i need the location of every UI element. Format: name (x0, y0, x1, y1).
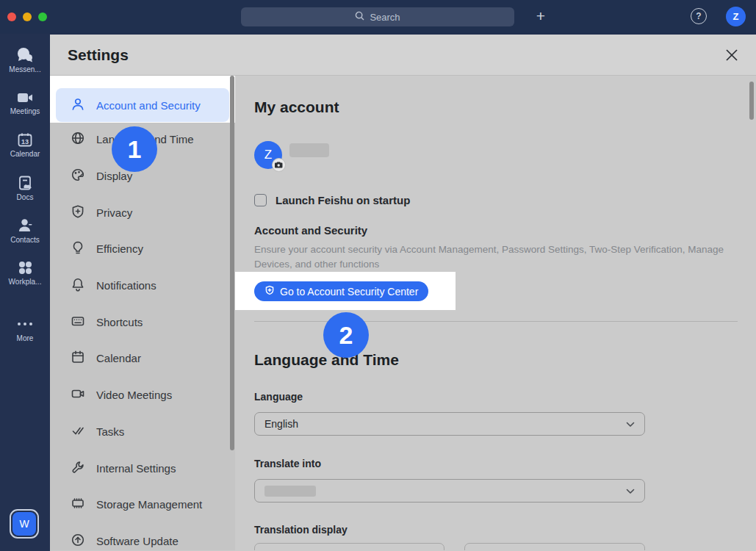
tasks-check-icon (71, 423, 85, 440)
nav-item-label: Notifications (96, 279, 156, 292)
tutorial-spotlight-button: Go to Account Security Center (235, 272, 456, 310)
sidebar-item-more[interactable]: More (0, 308, 50, 350)
sidebar-item-contacts[interactable]: Contacts (0, 209, 50, 251)
account-avatar-row: Z (254, 141, 756, 169)
language-label: Language (254, 391, 756, 403)
nav-item-account-and-security[interactable]: Account and Security (50, 86, 235, 124)
calendar-icon: 13 (17, 132, 33, 148)
sidebar-item-label: Contacts (10, 236, 39, 244)
translate-into-select[interactable] (254, 479, 645, 503)
my-account-title: My account (254, 98, 756, 117)
messenger-icon (16, 47, 34, 63)
account-avatar[interactable]: Z (254, 141, 282, 169)
nav-item-label: Storage Management (96, 498, 202, 511)
launch-on-startup-checkbox[interactable] (254, 194, 267, 206)
nav-item-internal-settings[interactable]: Internal Settings (50, 450, 235, 486)
search-input[interactable]: Search (241, 7, 514, 26)
launch-on-startup-label: Launch Feishu on startup (276, 194, 410, 206)
settings-title: Settings (68, 46, 129, 64)
content-scrollbar[interactable] (749, 82, 754, 120)
sidebar-item-label: Meetings (10, 107, 40, 115)
calendar-day-number: 13 (21, 138, 29, 145)
camera-icon[interactable] (272, 158, 286, 172)
more-dots-icon (18, 316, 32, 332)
sidebar-item-docs[interactable]: Docs (0, 167, 50, 209)
sidebar-item-messenger[interactable]: Messen... (0, 39, 50, 81)
nav-item-notifications[interactable]: Notifications (50, 267, 235, 304)
translation-display-option-2[interactable] (464, 543, 645, 550)
translation-display-options (254, 543, 756, 550)
wrench-icon (71, 460, 85, 477)
search-placeholder: Search (370, 12, 400, 23)
translate-into-label: Translate into (254, 458, 756, 470)
tutorial-step-1-badge: 1 (112, 126, 157, 172)
user-avatar[interactable]: Z (726, 7, 746, 26)
minimize-traffic-light[interactable] (23, 12, 32, 21)
keyboard-icon (71, 314, 85, 331)
nav-item-calendar[interactable]: Calendar (50, 340, 235, 377)
nav-item-label: Internal Settings (96, 462, 176, 475)
update-arrow-icon (71, 533, 85, 550)
contacts-icon (17, 217, 33, 234)
account-security-heading: Account and Security (254, 223, 756, 238)
maximize-traffic-light[interactable] (38, 12, 47, 21)
bell-icon (71, 277, 85, 294)
video-camera-outline-icon (71, 386, 85, 403)
lightbulb-icon (71, 240, 85, 257)
help-icon[interactable]: ? (691, 8, 707, 24)
sidebar-item-label: Messen... (9, 65, 40, 73)
app-sidebar: Messen... Meetings 13 (0, 34, 50, 551)
docs-icon (17, 175, 33, 191)
language-and-time-heading: Language and Time (254, 350, 756, 370)
launch-on-startup-row: Launch Feishu on startup (254, 192, 756, 207)
new-tab-button[interactable]: + (530, 6, 551, 26)
nav-item-privacy[interactable]: Privacy (50, 194, 235, 231)
palette-icon (71, 168, 85, 184)
search-icon (355, 11, 364, 23)
sidebar-item-label: More (17, 334, 34, 342)
nav-item-label: Privacy (96, 206, 132, 219)
redacted-select-value (264, 486, 316, 497)
sidebar-item-label: Docs (17, 193, 34, 201)
workplace-grid-icon (18, 260, 33, 276)
nav-item-shortcuts[interactable]: Shortcuts (50, 303, 235, 340)
translation-display-option-1[interactable] (254, 543, 444, 550)
video-camera-icon (16, 90, 34, 105)
translation-display-label: Translation display (254, 524, 756, 536)
sidebar-item-label: Workpla... (9, 278, 42, 286)
nav-scrollbar[interactable] (230, 76, 234, 450)
titlebar: Search + ? Z (0, 0, 756, 34)
nav-item-label: Calendar (96, 352, 141, 364)
tutorial-step-2-badge: 2 (323, 312, 369, 358)
nav-item-storage-management[interactable]: Storage Management (50, 486, 235, 523)
close-traffic-light[interactable] (7, 12, 16, 21)
close-button[interactable] (723, 46, 741, 64)
sidebar-item-meetings[interactable]: Meetings (0, 82, 50, 123)
nav-item-video-meetings[interactable]: Video Meetings (50, 377, 235, 414)
user-icon (71, 97, 85, 114)
language-select[interactable]: English (254, 412, 645, 436)
chevron-down-icon (626, 418, 635, 430)
nav-item-software-update[interactable]: Software Update (50, 523, 235, 551)
nav-item-efficiency[interactable]: Efficiency (50, 231, 235, 267)
nav-item-tasks[interactable]: Tasks (50, 414, 235, 450)
workspace-badge[interactable]: W (10, 509, 39, 539)
sidebar-item-workplace[interactable]: Workpla... (0, 252, 50, 294)
calendar-outline-icon (71, 350, 85, 367)
workspace-badge-letter: W (12, 512, 36, 536)
shield-plus-icon (71, 204, 85, 221)
settings-content: My account Z La (235, 76, 756, 550)
storage-chip-icon (71, 496, 85, 513)
redacted-username (289, 143, 329, 157)
language-select-value: English (264, 418, 298, 430)
go-to-account-security-center-button[interactable]: Go to Account Security Center (254, 281, 428, 301)
app-window: Search + ? Z Messen... (0, 0, 756, 551)
globe-icon (71, 131, 85, 148)
sidebar-item-calendar[interactable]: 13 Calendar (0, 124, 50, 166)
button-label: Go to Account Security Center (280, 286, 418, 298)
nav-item-label: Software Update (96, 535, 179, 547)
shield-plus-icon (264, 285, 275, 298)
chevron-down-icon (626, 485, 635, 497)
nav-item-label: Video Meetings (96, 389, 172, 401)
settings-modal: Settings (50, 35, 756, 551)
